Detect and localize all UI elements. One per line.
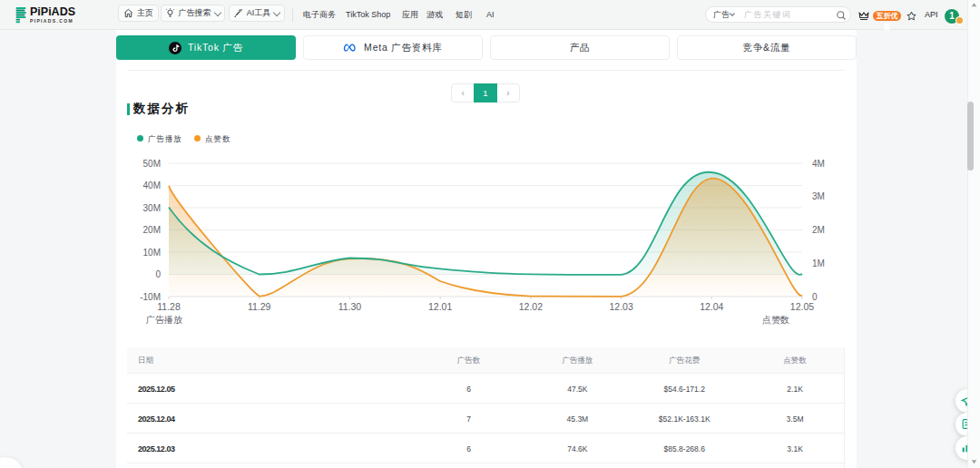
svg-text:30M: 30M [143,203,161,213]
svg-text:广告播放: 广告播放 [146,315,182,325]
svg-text:-10M: -10M [140,292,161,302]
svg-text:4M: 4M [812,159,825,169]
svg-text:0: 0 [155,269,161,279]
svg-text:12.04: 12.04 [700,301,723,312]
svg-text:50M: 50M [143,159,161,169]
svg-text:12.02: 12.02 [519,301,543,312]
svg-text:10M: 10M [143,248,161,258]
svg-text:2M: 2M [812,225,825,235]
svg-text:11.28: 11.28 [157,301,181,312]
svg-text:12.05: 12.05 [790,301,814,312]
svg-text:20M: 20M [143,225,161,235]
svg-text:12.03: 12.03 [609,301,632,312]
svg-text:12.01: 12.01 [428,301,452,312]
svg-text:11.29: 11.29 [248,301,271,312]
svg-text:11.30: 11.30 [338,301,362,312]
svg-text:40M: 40M [143,180,161,190]
svg-text:3M: 3M [812,191,825,201]
svg-text:点赞数: 点赞数 [762,315,789,325]
svg-text:1M: 1M [812,258,825,268]
svg-text:0: 0 [812,292,818,302]
